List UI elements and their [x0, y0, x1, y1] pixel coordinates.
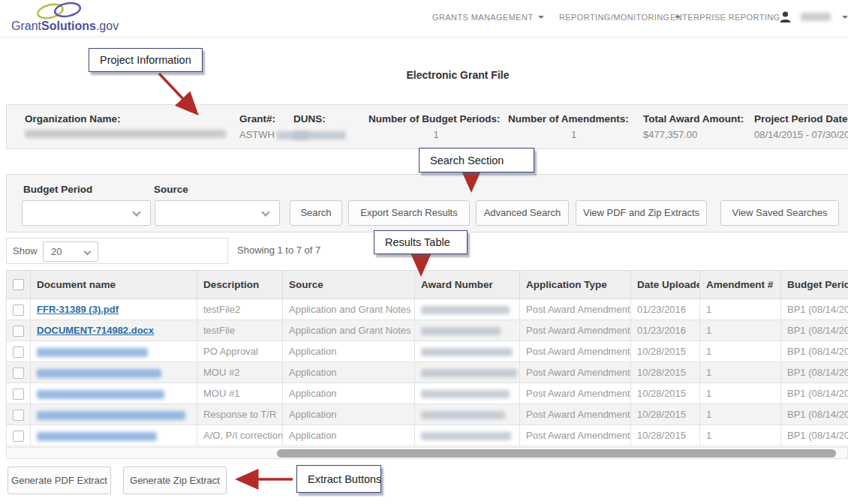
award-number-cell: [415, 362, 520, 383]
col-description: Description: [197, 271, 283, 299]
award-number-cell: [415, 425, 520, 446]
total-award-label: Total Award Amount:: [643, 113, 744, 124]
project-period-value: 08/14/2015 - 07/30/20: [754, 129, 848, 140]
results-summary: Showing 1 to 7 of 7: [237, 244, 320, 256]
callout-results-table: Results Table: [374, 230, 468, 254]
col-budget-period: Budget Period: [781, 271, 848, 299]
project-info-bar: Organization Name: Grant#: ASTWH DUNS: N…: [6, 104, 848, 149]
generate-zip-extract-button[interactable]: Generate Zip Extract: [123, 466, 227, 494]
row-checkbox[interactable]: [13, 388, 24, 400]
search-button[interactable]: Search: [290, 200, 342, 226]
chevron-down-icon: [84, 248, 92, 256]
project-period-label: Project Period Dates:: [754, 113, 848, 124]
view-pdf-zip-extracts-button[interactable]: View PDF and Zip Extracts: [576, 200, 707, 226]
org-name-label: Organization Name:: [25, 113, 121, 124]
callout-search-section: Search Section: [419, 148, 534, 172]
award-number-cell: [415, 299, 520, 320]
nav-reporting-monitoring[interactable]: REPORTING/MONITORING: [559, 13, 681, 22]
select-all-checkbox[interactable]: [13, 279, 24, 290]
org-name-value: [25, 128, 226, 139]
horizontal-scrollbar-thumb[interactable]: [277, 449, 836, 458]
num-budget-periods-label: Number of Budget Periods:: [368, 113, 501, 124]
nav-grants-management[interactable]: GRANTS MANAGEMENT: [432, 13, 544, 22]
document-link[interactable]: FFR-31389 (3).pdf: [37, 304, 119, 315]
chevron-down-icon: [261, 208, 269, 216]
col-date-uploaded: Date Uploaded: [631, 271, 700, 299]
duns-label: DUNS:: [293, 113, 326, 124]
award-number-cell: [415, 341, 520, 362]
row-checkbox[interactable]: [13, 430, 24, 442]
budget-period-label: Budget Period: [23, 184, 92, 195]
row-checkbox[interactable]: [13, 326, 24, 337]
search-section: Budget Period Source Search Export Searc…: [6, 174, 848, 232]
source-select[interactable]: [155, 200, 280, 226]
row-checkbox[interactable]: [13, 346, 24, 358]
col-document-name: Document name: [31, 271, 197, 299]
award-number-cell: [415, 404, 520, 425]
advanced-search-button[interactable]: Advanced Search: [476, 200, 569, 226]
award-number-cell: [415, 383, 520, 404]
page-size-value: 20: [51, 246, 62, 257]
table-row: Response to T/R Application Post Award A…: [7, 404, 848, 425]
electronic-grant-file-page: GrantSolutions.gov GRANTS MANAGEMENT REP…: [0, 0, 848, 504]
table-row: PO Approval Application Post Award Amend…: [7, 341, 848, 362]
chevron-down-icon: [842, 16, 848, 19]
show-label: Show: [13, 245, 38, 256]
budget-period-select[interactable]: [22, 200, 151, 226]
select-all-cell: [7, 271, 31, 299]
row-checkbox[interactable]: [13, 304, 24, 316]
col-amendment: Amendment #: [700, 271, 781, 299]
callout-extract-buttons: Extract Buttons: [296, 465, 381, 493]
source-label: Source: [154, 184, 188, 195]
results-table: Document name Description Source Award N…: [6, 270, 848, 446]
chevron-down-icon: [132, 208, 140, 216]
person-icon: [779, 10, 792, 23]
col-award-number: Award Number: [415, 271, 520, 299]
col-application-type: Application Type: [520, 271, 631, 299]
num-amendments-value: 1: [508, 129, 639, 140]
num-amendments-label: Number of Amendments:: [508, 113, 629, 124]
table-row: MOU #1 Application Post Award Amendment …: [7, 383, 848, 404]
top-header: GrantSolutions.gov GRANTS MANAGEMENT REP…: [0, 0, 848, 38]
row-checkbox[interactable]: [13, 410, 24, 421]
export-search-results-button[interactable]: Export Search Results: [348, 200, 470, 226]
table-row: A/O, P/I correction Application Post Awa…: [7, 425, 848, 446]
document-link-redacted[interactable]: [37, 367, 161, 378]
num-budget-periods-value: 1: [368, 129, 504, 140]
document-link-redacted[interactable]: [37, 409, 185, 420]
award-number-cell: [415, 320, 520, 341]
nav-enterprise-reporting[interactable]: ENTERPRISE REPORTING: [670, 13, 780, 22]
document-link-redacted[interactable]: [37, 388, 164, 399]
table-row: MOU #2 Application Post Award Amendment …: [7, 362, 848, 383]
page-size-box: Show 20: [6, 238, 228, 264]
page-size-select[interactable]: 20: [43, 242, 98, 262]
generate-pdf-extract-button[interactable]: Generate PDF Extract: [8, 466, 111, 494]
row-checkbox[interactable]: [13, 368, 24, 379]
chevron-down-icon: [538, 16, 544, 19]
total-award-value: $477,357.00: [643, 129, 697, 140]
table-header-row: Document name Description Source Award N…: [7, 271, 848, 299]
redacted-username: [801, 13, 831, 21]
view-saved-searches-button[interactable]: View Saved Searches: [720, 200, 839, 226]
grant-number-label: Grant#:: [239, 113, 275, 124]
user-menu[interactable]: [779, 10, 848, 23]
document-link-redacted[interactable]: [37, 346, 148, 357]
horizontal-scrollbar-track[interactable]: [6, 447, 848, 459]
document-link-redacted[interactable]: [37, 430, 157, 441]
logo-rings-icon: [32, 2, 91, 20]
table-row: DOCUMENT-714982.docx testFile Applicatio…: [7, 320, 848, 341]
callout-project-information: Project Information: [89, 48, 203, 72]
duns-value: [293, 129, 346, 140]
logo-text: GrantSolutions.gov: [11, 20, 119, 33]
col-source: Source: [283, 271, 415, 299]
document-link[interactable]: DOCUMENT-714982.docx: [37, 325, 154, 336]
table-row: FFR-31389 (3).pdf testFile2 Application …: [7, 299, 848, 320]
